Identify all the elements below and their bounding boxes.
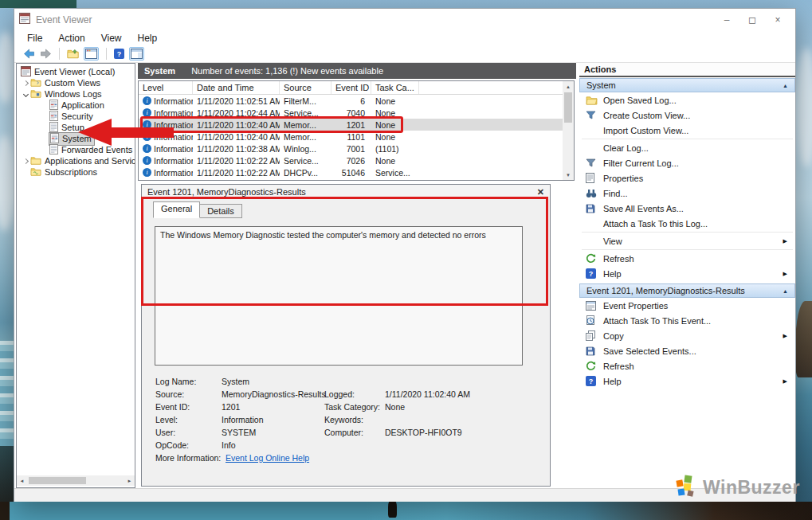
field-value: DESKTOP-HFI0OT9	[385, 428, 462, 437]
help-icon	[114, 49, 124, 59]
tree-item-application[interactable]: Application	[17, 100, 135, 111]
actions-separator	[582, 232, 793, 233]
action-label: Save Selected Events...	[603, 346, 696, 356]
submenu-arrow-icon: ▶	[783, 378, 787, 385]
action-label: Save All Events As...	[603, 204, 684, 213]
tree-item-security[interactable]: Security	[17, 111, 135, 122]
cell-datetime: 1/11/2020 11:02:38 AM	[193, 144, 280, 154]
toolbar	[14, 45, 795, 63]
scroll-right-icon[interactable]: ►	[124, 475, 135, 486]
action-refresh-event[interactable]: Refresh	[579, 358, 795, 373]
close-preview-icon[interactable]: ✕	[537, 187, 544, 197]
event-row[interactable]: iInformation 1/11/2020 11:02:38 AM Winlo…	[139, 143, 574, 154]
action-label: Event Properties	[603, 301, 668, 311]
menu-view[interactable]: View	[93, 33, 130, 44]
menu-bar: File Action View Help	[14, 31, 795, 45]
action-label: Refresh	[603, 254, 634, 264]
tree-item-subscriptions[interactable]: Subscriptions	[17, 166, 135, 178]
action-filter-current-log[interactable]: Filter Current Log...	[579, 155, 795, 170]
chevron-right-icon[interactable]	[22, 81, 29, 85]
event-row[interactable]: iInformation 1/11/2020 11:02:51 AM Filte…	[139, 95, 574, 107]
action-open-saved-log[interactable]: Open Saved Log...	[579, 92, 795, 108]
maximize-button[interactable]: ◻	[739, 11, 765, 29]
winbuzzer-watermark: WinBuzzer	[674, 474, 800, 501]
menu-help[interactable]: Help	[130, 33, 166, 44]
action-save-selected-events[interactable]: Save Selected Events...	[579, 343, 795, 358]
cell-datetime: 1/11/2020 11:02:40 AM	[193, 132, 280, 142]
tree-item-windows-logs[interactable]: Windows Logs	[17, 88, 135, 100]
events-vertical-scrollbar[interactable]: ▲ ▼	[563, 81, 574, 180]
console-tree-toggle-button[interactable]	[84, 47, 99, 61]
cell-event-id: 6	[331, 96, 371, 106]
tree-horizontal-scrollbar[interactable]: ◄ ►	[17, 475, 135, 486]
action-label: Import Custom View...	[603, 126, 688, 135]
collapse-icon[interactable]: ▲	[783, 288, 788, 294]
action-help-event[interactable]: Help ▶	[579, 373, 795, 389]
scroll-up-icon[interactable]: ▲	[563, 81, 574, 92]
column-date-time[interactable]: Date and Time	[193, 81, 280, 94]
log-summary: Number of events: 1,136 (!) New events a…	[191, 66, 383, 76]
chevron-down-icon[interactable]	[22, 92, 29, 96]
action-find[interactable]: Find...	[579, 186, 795, 201]
action-view[interactable]: View ▶	[579, 233, 795, 248]
watermark-text: WinBuzzer	[703, 477, 800, 498]
action-refresh[interactable]: Refresh	[579, 251, 795, 266]
chevron-right-icon[interactable]	[22, 159, 29, 163]
tree-item-event-viewer-local[interactable]: Event Viewer (Local)	[17, 66, 135, 77]
event-row[interactable]: iInformation 1/11/2020 11:02:22 AM DHCPv…	[139, 166, 574, 178]
event-fields: Log Name: System Source: MemoryDiagnosti…	[155, 375, 470, 464]
action-create-custom-view[interactable]: Create Custom View...	[579, 108, 795, 123]
action-help[interactable]: Help ▶	[579, 266, 795, 281]
help-toolbar-button[interactable]	[114, 49, 124, 59]
action-properties[interactable]: Properties	[579, 170, 795, 186]
field-value: SYSTEM	[222, 428, 324, 437]
forward-button[interactable]	[40, 49, 52, 59]
log-file-icon	[50, 133, 59, 145]
open-folder-icon	[586, 96, 603, 105]
actions-section-system[interactable]: System ▲	[579, 78, 795, 92]
action-attach-task-to-event[interactable]: Attach Task To This Event...	[579, 313, 795, 328]
event-row[interactable]: iInformation 1/11/2020 11:02:22 AM Servi…	[139, 154, 574, 166]
tree-item-applications-and-services[interactable]: Applications and Services Lo	[17, 155, 135, 166]
event-log-online-help-link[interactable]: Event Log Online Help	[226, 453, 328, 463]
column-level[interactable]: Level	[139, 81, 193, 94]
action-clear-log[interactable]: Clear Log...	[579, 140, 795, 155]
action-attach-task-to-log[interactable]: Attach a Task To this Log...	[579, 216, 795, 231]
menu-file[interactable]: File	[19, 33, 50, 44]
folder-icon	[30, 89, 41, 100]
submenu-arrow-icon: ▶	[783, 333, 787, 339]
menu-action[interactable]: Action	[50, 33, 92, 44]
column-task-category[interactable]: Task Ca...	[371, 81, 419, 94]
action-pane-toggle-button[interactable]	[129, 47, 144, 61]
log-file-icon	[49, 100, 58, 111]
toolbar-separator	[106, 48, 107, 60]
actions-section-event[interactable]: Event 1201, MemoryDiagnostics-Results ▲	[579, 283, 795, 298]
field-label: Level:	[155, 415, 222, 424]
tree-item-forwarded-events[interactable]: Forwarded Events	[17, 144, 135, 155]
cell-level: Information	[154, 168, 193, 178]
information-icon: i	[143, 144, 151, 153]
action-label: Attach Task To This Event...	[603, 316, 711, 326]
scrollbar-thumb[interactable]	[564, 92, 572, 123]
scrollbar-thumb[interactable]	[29, 477, 86, 484]
field-label: Keywords:	[324, 415, 385, 424]
title-bar[interactable]: Event Viewer – ◻ ×	[14, 9, 795, 31]
back-button[interactable]	[23, 49, 35, 59]
tree-item-label: Custom Views	[45, 78, 100, 88]
scroll-down-icon[interactable]: ▼	[563, 170, 574, 180]
tree-item-label: Application	[61, 100, 104, 110]
scroll-left-icon[interactable]: ◄	[17, 475, 27, 486]
minimize-button[interactable]: –	[714, 11, 739, 29]
action-copy[interactable]: Copy ▶	[579, 328, 795, 343]
action-import-custom-view[interactable]: Import Custom View...	[579, 123, 795, 138]
open-saved-log-button[interactable]	[67, 49, 79, 59]
cell-source: DHCPv...	[280, 168, 331, 178]
tree-item-custom-views[interactable]: Custom Views	[17, 77, 135, 88]
action-event-properties[interactable]: Event Properties	[579, 298, 795, 313]
column-source[interactable]: Source	[280, 81, 331, 94]
column-event-id[interactable]: Event ID	[331, 81, 371, 94]
action-save-all-events-as[interactable]: Save All Events As...	[579, 201, 795, 216]
close-button[interactable]: ×	[765, 11, 790, 29]
folder-icon	[30, 156, 41, 166]
collapse-icon[interactable]: ▲	[783, 83, 788, 88]
